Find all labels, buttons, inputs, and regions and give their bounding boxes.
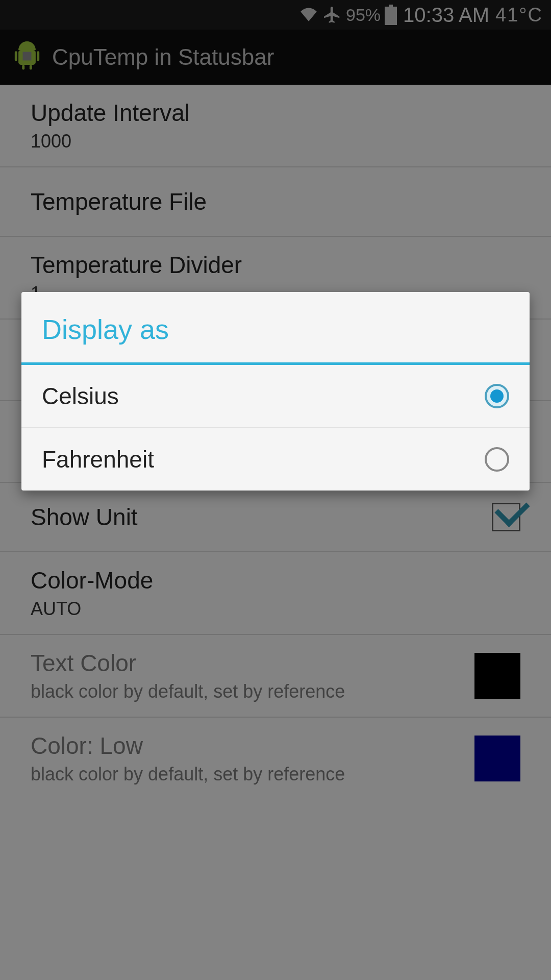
dialog-option-celsius[interactable]: Celsius: [21, 365, 530, 428]
dialog-title: Display as: [21, 292, 530, 362]
radio-icon[interactable]: [485, 384, 509, 408]
option-label: Celsius: [42, 382, 119, 410]
radio-icon[interactable]: [485, 447, 509, 472]
display-as-dialog: Display as Celsius Fahrenheit: [21, 292, 530, 491]
option-label: Fahrenheit: [42, 446, 154, 473]
dialog-option-fahrenheit[interactable]: Fahrenheit: [21, 428, 530, 491]
